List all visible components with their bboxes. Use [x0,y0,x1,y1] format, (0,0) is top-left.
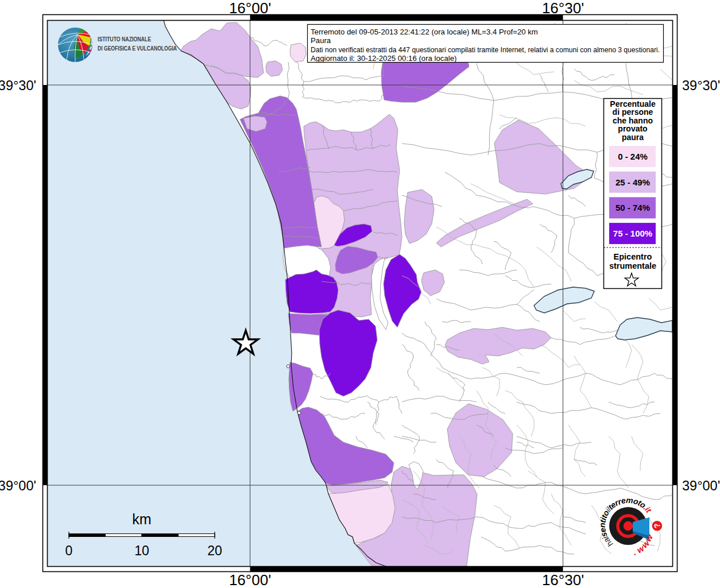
svg-text:di persone: di persone [613,107,653,117]
svg-text:39°30': 39°30' [0,78,36,93]
svg-text:ISTITUTO NAZIONALE: ISTITUTO NAZIONALE [98,36,151,42]
svg-text:paura: paura [622,133,644,142]
svg-text:km: km [132,511,151,527]
svg-text:16°30': 16°30' [542,571,584,588]
svg-text:provato: provato [618,124,647,133]
svg-text:39°00': 39°00' [0,478,36,493]
svg-text:Paura: Paura [311,36,331,45]
svg-text:39°00': 39°00' [682,478,720,493]
svg-text:75 - 100%: 75 - 100% [613,229,652,238]
svg-text:0: 0 [65,543,73,558]
svg-text:25 - 49%: 25 - 49% [616,177,650,187]
svg-text:Dati non verificati estratti d: Dati non verificati estratti da 447 ques… [311,45,660,54]
svg-text:16°00': 16°00' [229,571,271,588]
svg-text:16°30': 16°30' [542,0,584,17]
svg-text:strumentale: strumentale [609,261,656,270]
svg-text:20: 20 [207,543,222,558]
svg-text:Terremoto del 09-05-2013 22:41: Terremoto del 09-05-2013 22:41:22 (ora l… [311,28,538,36]
svg-text:10: 10 [134,543,149,558]
svg-text:Aggiornato il: 30-12-2025 00:1: Aggiornato il: 30-12-2025 00:16 (ora loc… [311,54,456,63]
svg-text:Epicentro: Epicentro [614,252,652,261]
svg-text:39°30': 39°30' [682,78,720,93]
svg-text:16°00': 16°00' [229,0,271,17]
svg-text:50 - 74%: 50 - 74% [616,203,650,212]
svg-text:0 - 24%: 0 - 24% [618,152,648,161]
svg-text:DI GEOFISICA E VULCANOLOGIA: DI GEOFISICA E VULCANOLOGIA [98,45,177,52]
